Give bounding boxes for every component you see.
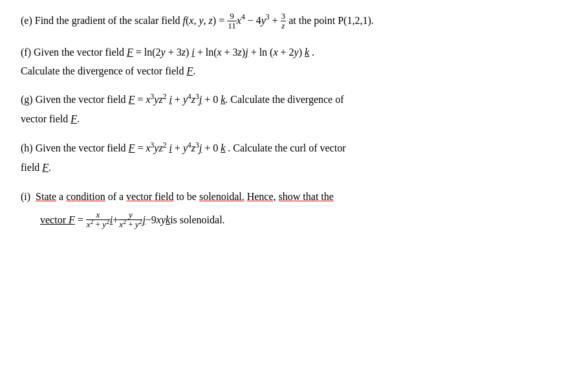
problem-i-to-be: to be: [173, 191, 199, 202]
problem-i-label: (i): [21, 191, 36, 202]
problem-h-line1: (h) Given the vector field F = x3yz2 i +…: [21, 140, 567, 157]
problem-g-given: Given the vector field F = x3yz2 i + y4z…: [36, 94, 344, 105]
problem-i-vector-label: vector F: [40, 212, 75, 229]
x4-term: x: [237, 15, 241, 26]
problem-i-condition: condition: [66, 191, 105, 202]
problem-g: (g) Given the vector field F = x3yz2 i +…: [21, 91, 567, 127]
content: (e) Find the gradient of the scalar fiel…: [21, 12, 567, 230]
problem-i-formula: vector F = x x2 + y2 i + y x2 + y2 j −9x…: [40, 210, 567, 230]
problem-f-calc: Calculate the divergence of vector field…: [21, 65, 195, 76]
plus-term: +: [270, 15, 278, 26]
problem-h-given: Given the vector field F = x3yz2 i + y4z…: [36, 142, 346, 153]
problem-h: (h) Given the vector field F = x3yz2 i +…: [21, 140, 567, 175]
at-point: at the point P(1,2,1).: [286, 15, 374, 26]
problem-e-text: (e) Find the gradient of the scalar fiel…: [21, 12, 567, 31]
problem-h-line2: field F.: [21, 159, 567, 176]
problem-i-of: of a: [105, 191, 126, 202]
problem-i-line1: (i) State a condition of a vector field …: [21, 188, 567, 205]
problem-i-state: State: [36, 191, 56, 202]
problem-h-field: field F.: [21, 162, 51, 173]
problem-g-label: (g): [21, 94, 33, 105]
minus-term: − 4y: [245, 15, 266, 26]
problem-i-hence-text: Hence,: [247, 191, 276, 202]
frac-9-11: 911: [227, 12, 237, 31]
problem-h-label: (h): [21, 142, 33, 153]
plus-sign: +: [113, 212, 118, 229]
problem-i: (i) State a condition of a vector field …: [21, 188, 567, 229]
problem-i-eq: =: [75, 212, 86, 229]
problem-i-solenoidal: solenoidal.: [199, 191, 245, 202]
problem-g-field: vector field F.: [21, 113, 80, 124]
problem-e-label: (e): [21, 15, 32, 26]
minus-9xyk: −9xyk: [146, 212, 170, 229]
problem-e-desc: Find the gradient of the scalar field f(…: [35, 15, 227, 26]
problem-i-show-text: show that the: [279, 191, 334, 202]
frac-y-x2y2: y x2 + y2: [118, 210, 142, 230]
problem-f-given: Given the vector field F = ln(2y + 3z) i…: [34, 47, 314, 58]
problem-g-line2: vector field F.: [21, 111, 567, 128]
problem-f: (f) Given the vector field F = ln(2y + 3…: [21, 44, 567, 80]
is-solenoidal: is solenoidal.: [170, 212, 224, 229]
problem-f-line1: (f) Given the vector field F = ln(2y + 3…: [21, 44, 567, 61]
problem-f-label: (f): [21, 47, 31, 58]
problem-g-line1: (g) Given the vector field F = x3yz2 i +…: [21, 91, 567, 108]
frac-x-x2y2: x x2 + y2: [86, 210, 110, 230]
problem-i-vector-field: vector field: [126, 191, 173, 202]
problem-e: (e) Find the gradient of the scalar fiel…: [21, 12, 567, 31]
frac-3-z: 3z: [281, 12, 287, 31]
problem-i-a: a: [56, 191, 66, 202]
problem-f-line2: Calculate the divergence of vector field…: [21, 63, 567, 80]
